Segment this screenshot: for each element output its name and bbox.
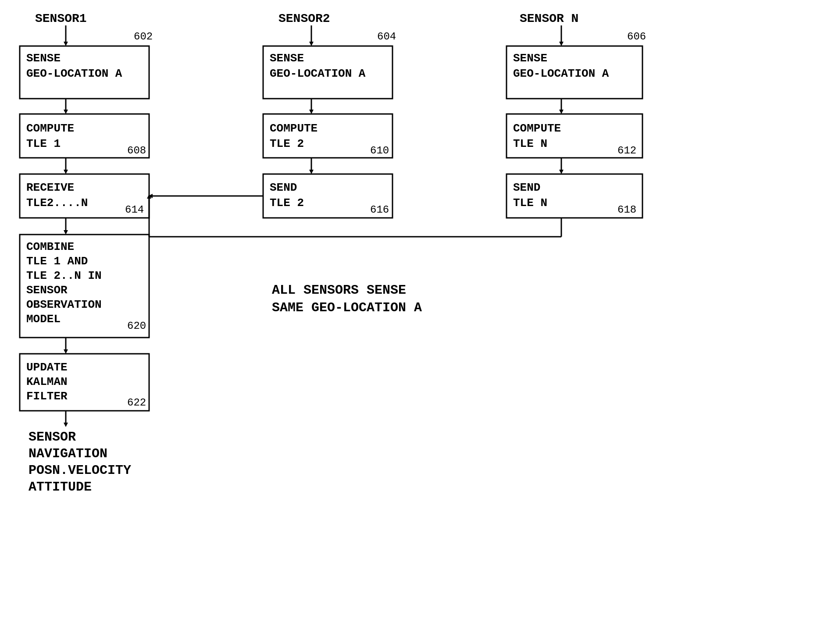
ref-616: 616 <box>370 204 389 216</box>
ref-608: 608 <box>127 145 146 157</box>
box-614-line1: RECEIVE <box>26 181 74 194</box>
box-618-line1: SEND <box>513 181 540 194</box>
ref-618: 618 <box>617 204 636 216</box>
box-602-line2: GEO-LOCATION A <box>26 67 122 80</box>
svg-marker-15 <box>64 423 68 427</box>
box-620-line6: MODEL <box>26 313 61 326</box>
box-620-line4: SENSOR <box>26 284 68 297</box>
box-622-line2: KALMAN <box>26 375 68 388</box>
box-620-line5: OBSERVATION <box>26 298 102 311</box>
box-604-line2: GEO-LOCATION A <box>270 67 366 80</box>
flow-diagram: SENSOR1 602 SENSOR2 604 SENSOR N 606 SEN… <box>0 0 824 644</box>
ref-610: 610 <box>370 145 389 157</box>
box-614-line2: TLE2....N <box>26 196 88 210</box>
ref-604-top: 604 <box>377 31 396 43</box>
box-610-line2: TLE 2 <box>270 137 304 150</box>
box-618-line2: TLE N <box>513 196 547 210</box>
sensor1-label: SENSOR1 <box>35 12 87 25</box>
box-608-line1: COMPUTE <box>26 122 74 135</box>
annotation-line2: SAME GEO-LOCATION A <box>272 300 422 315</box>
output-line4: ATTITUDE <box>29 480 92 495</box>
ref-606-top: 606 <box>627 31 646 43</box>
box-604-line1: SENSE <box>270 52 304 65</box>
box-612-line1: COMPUTE <box>513 122 561 135</box>
box-606-line1: SENSE <box>513 52 547 65</box>
box-622-line1: UPDATE <box>26 361 68 374</box>
ref-622: 622 <box>127 397 146 409</box>
output-line2: NAVIGATION <box>29 446 107 461</box>
sensor2-label: SENSOR2 <box>278 12 330 25</box>
box-612-line2: TLE N <box>513 137 547 150</box>
ref-614: 614 <box>125 204 144 216</box>
box-616-line2: TLE 2 <box>270 196 304 210</box>
box-608-line2: TLE 1 <box>26 137 61 150</box>
diagram-container: SENSOR1 602 SENSOR2 604 SENSOR N 606 SEN… <box>0 0 824 644</box>
output-line3: POSN.VELOCITY <box>29 463 131 478</box>
box-616-line1: SEND <box>270 181 297 194</box>
ref-612: 612 <box>617 145 636 157</box>
box-620-line2: TLE 1 AND <box>26 255 88 268</box>
box-602-line1: SENSE <box>26 52 61 65</box>
box-610-line1: COMPUTE <box>270 122 317 135</box>
box-620-line1: COMBINE <box>26 240 74 253</box>
ref-620: 620 <box>127 320 146 332</box>
output-line1: SENSOR <box>29 430 76 445</box>
box-606-line2: GEO-LOCATION A <box>513 67 609 80</box>
ref-602-top: 602 <box>134 31 153 43</box>
box-620-line3: TLE 2..N IN <box>26 269 102 282</box>
sensorN-label: SENSOR N <box>520 12 578 25</box>
box-622-line3: FILTER <box>26 390 68 403</box>
annotation-line1: ALL SENSORS SENSE <box>272 283 406 298</box>
